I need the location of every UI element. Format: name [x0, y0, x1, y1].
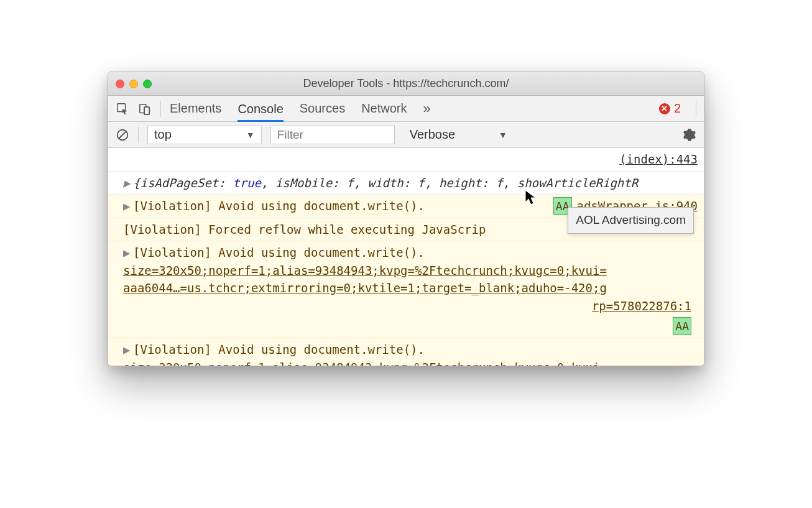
inspect-icon[interactable] [116, 102, 129, 116]
log-level-selector[interactable]: Verbose ▼ [404, 126, 514, 144]
minimize-icon[interactable] [129, 80, 138, 88]
divider [138, 127, 139, 143]
main-toolbar: Elements Console Sources Network » ✕ 2 [108, 96, 704, 122]
error-icon: ✕ [659, 103, 670, 114]
console-filter-bar: top ▼ Verbose ▼ [108, 122, 704, 148]
log-level-label: Verbose [410, 127, 455, 142]
tab-network[interactable]: Network [361, 101, 407, 116]
svg-line-5 [119, 131, 126, 138]
console-row[interactable]: ▶{isAdPageSet: true, isMobile: f, width:… [108, 172, 704, 195]
svg-rect-2 [144, 107, 149, 114]
source-location-link[interactable]: (index):443 [619, 150, 698, 169]
console-row: (index):443 [108, 148, 704, 172]
traffic-lights [116, 80, 152, 88]
source-location-link[interactable]: rp=578022876:1 [123, 297, 698, 315]
console-row-violation[interactable]: ▶[Violation] Avoid using document.write(… [108, 338, 704, 366]
devtools-window: Developer Tools - https://techcrunch.com… [108, 72, 704, 366]
chevron-down-icon: ▼ [499, 130, 507, 140]
panel-tabs: Elements Console Sources Network » [170, 96, 431, 121]
window-title: Developer Tools - https://techcrunch.com… [108, 77, 704, 90]
maximize-icon[interactable] [143, 80, 152, 88]
request-url-link[interactable]: size=320x50;noperf=1;alias=93484943;kvpg… [123, 264, 607, 277]
divider [160, 101, 161, 117]
request-url-link[interactable]: size=320x50;noperf=1;alias=93484943;kvpg… [123, 361, 607, 366]
badge-tooltip: AOL Advertising.com [568, 207, 694, 234]
expand-arrow-icon[interactable]: ▶ [123, 197, 131, 215]
clear-console-icon[interactable] [116, 128, 129, 142]
titlebar: Developer Tools - https://techcrunch.com… [108, 72, 704, 96]
tab-sources[interactable]: Sources [300, 101, 345, 116]
device-toggle-icon[interactable] [138, 102, 152, 116]
expand-arrow-icon[interactable]: ▶ [123, 341, 131, 359]
settings-icon[interactable] [683, 128, 696, 142]
error-count: 2 [674, 101, 681, 116]
context-label: top [154, 127, 172, 142]
tab-console[interactable]: Console [238, 102, 283, 122]
request-url-link[interactable]: aaa6044…=us.tchcr;extmirroring=0;kvtile=… [123, 281, 607, 295]
divider [696, 101, 696, 117]
console-output: (index):443 ▶{isAdPageSet: true, isMobil… [108, 148, 704, 366]
filter-input[interactable] [270, 126, 395, 144]
tabs-overflow-icon[interactable]: » [423, 101, 431, 117]
error-count-badge[interactable]: ✕ 2 [659, 101, 681, 116]
thirdparty-badge[interactable]: AA [673, 317, 691, 335]
expand-arrow-icon[interactable]: ▶ [123, 244, 131, 262]
tab-elements[interactable]: Elements [170, 101, 221, 116]
chevron-down-icon: ▼ [246, 130, 255, 140]
context-selector[interactable]: top ▼ [147, 126, 262, 144]
console-row-violation[interactable]: ▶[Violation] Avoid using document.write(… [108, 241, 704, 338]
close-icon[interactable] [116, 80, 124, 88]
expand-arrow-icon[interactable]: ▶ [123, 174, 131, 192]
